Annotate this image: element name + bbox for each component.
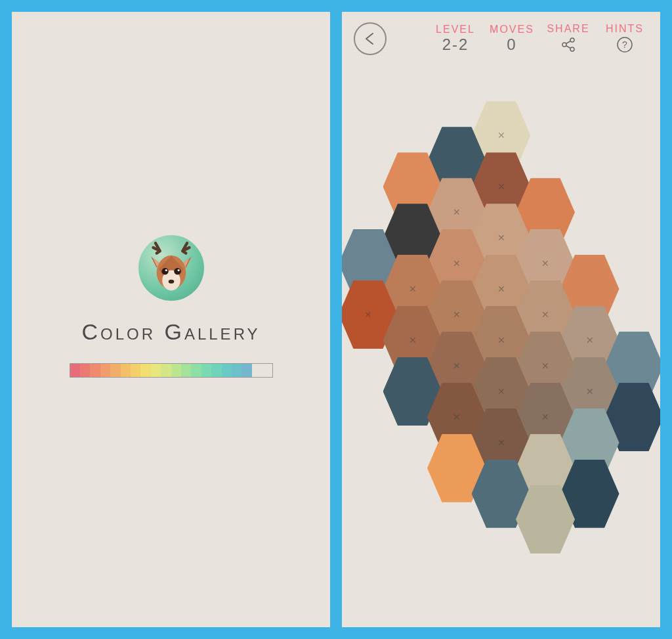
progress-segment [90,364,100,377]
lock-x-icon: ✕ [364,309,372,320]
svg-point-3 [174,268,180,275]
title-screen: Color Gallery [12,12,330,627]
hints-icon: ? [616,35,633,55]
game-screen: LEVEL 2-2 MOVES 0 SHARE HINTS [342,12,660,627]
lock-x-icon: ✕ [409,284,417,294]
moves-stat: MOVES 0 [488,24,536,54]
level-value: 2-2 [442,35,469,54]
lock-x-icon: ✕ [541,412,549,422]
lock-x-icon: ✕ [497,284,505,294]
moves-value: 0 [507,35,516,54]
progress-segment [140,364,150,377]
progress-bar [70,363,273,378]
lock-x-icon: ✕ [541,258,549,269]
progress-segment [222,364,232,377]
progress-segment [70,364,80,377]
lock-x-icon: ✕ [497,232,505,243]
game-header: LEVEL 2-2 MOVES 0 SHARE HINTS [342,12,660,55]
share-icon [560,35,576,55]
progress-segment [100,364,110,377]
lock-x-icon: ✕ [541,309,549,320]
lock-x-icon: ✕ [497,335,505,345]
lock-x-icon: ✕ [497,130,505,141]
progress-segment [252,364,262,377]
progress-segment [201,364,211,377]
progress-segment [110,364,120,377]
progress-segment [191,364,201,377]
lock-x-icon: ✕ [497,386,505,397]
moves-label: MOVES [490,24,534,35]
svg-point-7 [562,43,566,47]
svg-point-8 [570,38,574,42]
progress-segment [171,364,181,377]
hints-stat[interactable]: HINTS ? [601,23,648,55]
logo-group: Color Gallery [70,235,273,378]
level-label: LEVEL [436,24,475,35]
share-label: SHARE [547,23,589,35]
lock-x-icon: ✕ [453,258,461,269]
lock-x-icon: ✕ [497,181,505,192]
progress-segment [121,364,131,377]
svg-line-10 [566,41,571,44]
back-button[interactable] [354,22,387,55]
progress-segment [181,364,191,377]
progress-segment [80,364,90,377]
lock-x-icon: ✕ [453,309,461,320]
lock-x-icon: ✕ [409,335,417,345]
lock-x-icon: ✕ [453,412,461,422]
progress-segment [232,364,242,377]
svg-point-6 [168,280,174,284]
arrow-left-icon [362,31,378,47]
lock-x-icon: ✕ [541,361,549,371]
svg-line-11 [566,46,571,49]
progress-segment [161,364,171,377]
progress-segment [211,364,221,377]
progress-segment [242,364,251,377]
lock-x-icon: ✕ [497,437,505,448]
lock-x-icon: ✕ [453,361,461,371]
deer-icon [138,235,204,301]
lock-x-icon: ✕ [586,335,594,345]
svg-point-2 [161,268,168,275]
svg-point-4 [165,269,167,271]
lock-x-icon: ✕ [586,386,594,397]
hints-label: HINTS [606,23,644,35]
share-stat[interactable]: SHARE [545,23,592,55]
progress-segment [262,364,272,377]
app-title: Color Gallery [81,319,260,345]
progress-segment [131,364,140,377]
progress-segment [151,364,161,377]
lock-x-icon: ✕ [453,207,461,217]
svg-point-5 [177,269,179,271]
svg-text:?: ? [622,39,627,50]
svg-point-9 [570,47,574,51]
level-stat: LEVEL 2-2 [432,24,479,54]
